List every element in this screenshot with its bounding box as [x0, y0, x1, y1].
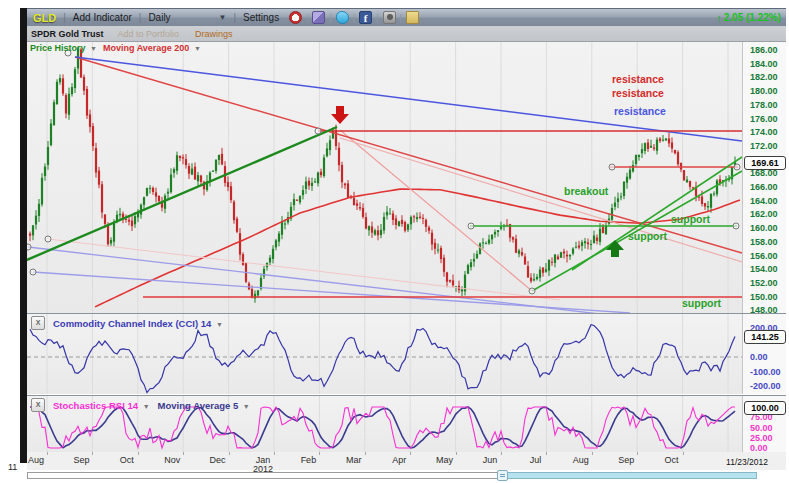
cci-axis: 141.25 200.000.00-100.00-200.00: [742, 314, 786, 394]
moving-average-5-title: Moving Average 5: [158, 400, 239, 411]
month-label: Mar: [339, 455, 369, 465]
price-history-label: Price History: [30, 43, 86, 53]
month-tick: [365, 452, 366, 455]
chevron-down-icon: ▼: [143, 403, 150, 410]
month-label: Oct: [112, 455, 142, 465]
chevron-down-icon: ▼: [90, 45, 97, 52]
month-tick: [592, 452, 593, 455]
stoch-rsi-dropdown[interactable]: Stochastics RSI 14 ▼: [53, 400, 150, 411]
cci-title-dropdown[interactable]: Commodity Channel Index (CCI) 14 ▼: [53, 318, 223, 329]
time-scrollbar-thumb[interactable]: [503, 472, 757, 479]
drawing-handle: [734, 164, 740, 170]
annotation-resistance: resistance: [612, 87, 664, 99]
price-tick-label: 150.00: [750, 292, 778, 302]
window-left-edge: [20, 8, 27, 463]
moving-average-5-dropdown[interactable]: Moving Average 5 ▼: [158, 400, 250, 411]
cci-title: Commodity Channel Index (CCI) 14: [53, 318, 211, 329]
camera-icon[interactable]: [383, 11, 396, 24]
price-tick-label: 184.00: [750, 59, 778, 69]
moving-average-200-dropdown[interactable]: Moving Average 200 ▼: [103, 43, 201, 53]
up-arrow-marker: [606, 240, 624, 257]
alarm-clock-icon[interactable]: [289, 11, 302, 24]
security-name: SPDR Gold Trust: [31, 29, 104, 39]
timeframe-dropdown[interactable]: Daily ▼: [148, 12, 226, 23]
toolbar-separator: |: [63, 12, 66, 23]
month-tick: [274, 452, 275, 455]
price-change-readout: ↑ 2.05 (1.22%): [716, 12, 781, 24]
annotation-support: support: [628, 230, 667, 242]
toolbar-separator: |: [353, 13, 355, 23]
toolbar-separator: |: [306, 13, 308, 23]
close-icon[interactable]: X: [31, 316, 45, 330]
chevron-down-icon: ▼: [216, 321, 223, 328]
annotation-breakout: breakout: [564, 185, 608, 197]
facebook-icon[interactable]: [359, 11, 372, 24]
month-label: Aug: [21, 455, 51, 465]
price-tick-label: 162.00: [750, 209, 778, 219]
chevron-down-icon: ▼: [194, 45, 201, 52]
drawing-handle: [529, 288, 535, 294]
scrollbar-grip-handle[interactable]: [497, 470, 508, 481]
price-tick-label: 164.00: [750, 196, 778, 206]
month-label: Feb: [293, 455, 323, 465]
current-date-label: 11/23/2012: [700, 457, 768, 467]
twitter-bird-icon[interactable]: [336, 11, 349, 24]
month-label: Apr: [384, 455, 414, 465]
cci-panel[interactable]: X Commodity Channel Index (CCI) 14 ▼: [27, 314, 742, 394]
annotation-resistance: resistance: [614, 105, 666, 117]
month-tick: [138, 452, 139, 455]
cci-tick-label: -200.00: [750, 381, 781, 391]
trendline-lavender-1: [28, 247, 600, 313]
price-tick-label: 154.00: [750, 264, 778, 274]
month-tick: [319, 452, 320, 455]
cci-header: X Commodity Channel Index (CCI) 14 ▼: [31, 316, 223, 330]
up-arrow-icon: ↑: [716, 12, 722, 24]
cci-tick-label: -100.00: [750, 367, 781, 377]
month-label: May: [430, 455, 460, 465]
trendline-blue-resistance: [75, 57, 742, 141]
month-label: Jun: [475, 455, 505, 465]
moving-average-200-label: Moving Average 200: [103, 43, 189, 53]
annotation-resistance: resistance: [612, 73, 664, 85]
price-tick-label: 182.00: [750, 72, 778, 82]
month-label: Sep: [611, 455, 641, 465]
trendline-green-ascending-2: [572, 157, 742, 270]
drawing-handle: [30, 269, 36, 275]
drawing-handle: [45, 236, 51, 242]
stoch-value-box: 100.00: [744, 401, 786, 415]
time-axis: 11/23/2012 AugSepOctNovDecJan2012FebMarA…: [27, 452, 786, 470]
close-icon[interactable]: X: [31, 398, 45, 412]
chart-legend: Price History ▼ Moving Average 200 ▼: [30, 43, 201, 53]
month-label: Jul: [520, 455, 550, 465]
add-to-portfolio-link[interactable]: Add to Portfolio: [118, 29, 180, 39]
sticky-notes-icon[interactable]: [406, 11, 419, 24]
toolbar-icon-group: | | | | |: [289, 11, 419, 24]
chevron-down-icon: ▼: [243, 403, 250, 410]
add-indicator-button[interactable]: Add Indicator: [73, 12, 132, 23]
chevron-down-icon: ▼: [218, 13, 226, 22]
price-tick-label: 158.00: [750, 237, 778, 247]
price-history-dropdown[interactable]: Price History ▼: [30, 43, 97, 53]
month-tick: [683, 452, 684, 455]
stoch-tick-label: 25.00: [750, 433, 773, 443]
drawings-link[interactable]: Drawings: [195, 29, 233, 39]
price-tick-label: 180.00: [750, 86, 778, 96]
toolbar-separator: |: [139, 12, 142, 23]
toolbar-separator: |: [400, 13, 402, 23]
stochastics-panel[interactable]: X Stochastics RSI 14 ▼ Moving Average 5 …: [27, 396, 742, 452]
main-toolbar: GLD | Add Indicator | Daily ▼ | Settings…: [27, 8, 786, 26]
time-scrollbar-track[interactable]: [27, 472, 503, 479]
cube-chart-icon[interactable]: [312, 11, 325, 24]
month-tick: [229, 452, 230, 455]
month-tick: [183, 452, 184, 455]
symbol-label[interactable]: GLD: [33, 12, 56, 24]
price-tick-label: 172.00: [750, 141, 778, 151]
sub-toolbar: SPDR Gold Trust Add to Portfolio Drawing…: [27, 26, 786, 42]
annotation-support: support: [682, 297, 721, 309]
trendline-pink-steep: [340, 130, 532, 291]
change-value: 2.05 (1.22%): [724, 12, 781, 23]
month-label: Oct: [657, 455, 687, 465]
settings-button[interactable]: Settings: [243, 12, 279, 23]
price-chart-panel[interactable]: Price History ▼ Moving Average 200 ▼ res…: [27, 42, 742, 313]
stoch-rsi-title: Stochastics RSI 14: [53, 400, 138, 411]
